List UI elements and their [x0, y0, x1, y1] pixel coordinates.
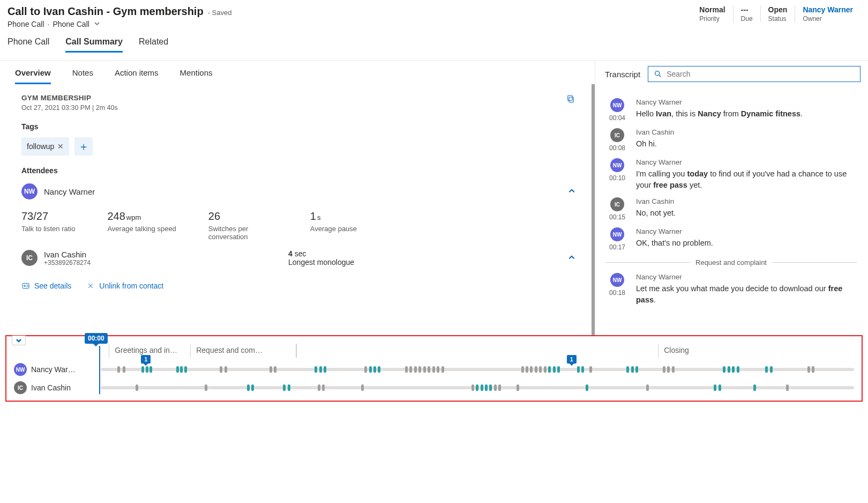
- transcript-speaker: Ivan Cashin: [636, 128, 857, 136]
- transcript-speaker: Nancy Warner: [636, 98, 857, 106]
- add-tag-button[interactable]: ＋: [74, 137, 93, 156]
- playhead-line[interactable]: [99, 346, 100, 394]
- talk-blip: [405, 366, 408, 373]
- transcript-entry[interactable]: NW 00:18 Nancy Warner Let me ask you wha…: [605, 273, 857, 306]
- subtab[interactable]: Mentions: [180, 68, 213, 84]
- playback-timeline: 00:00 Greetings and in…Request and com…C…: [5, 335, 863, 402]
- dot-icon: ·: [48, 20, 50, 28]
- metric: 73/27Talk to listen ratio: [21, 210, 75, 241]
- unlink-contact-link[interactable]: Unlink from contact: [86, 282, 163, 290]
- collapse-timeline-button[interactable]: [12, 336, 26, 345]
- overview-panel: GYM MEMBERSHIP Oct 27, 2021 03:30 PM | 2…: [0, 84, 595, 335]
- transcript-search[interactable]: [648, 66, 860, 82]
- transcript-time: 00:10: [609, 174, 625, 182]
- tag-chip[interactable]: followup✕: [21, 137, 69, 156]
- svg-point-3: [24, 285, 26, 287]
- tags-label: Tags: [21, 122, 575, 131]
- talk-blip: [765, 366, 768, 373]
- transcript-text: Oh hi.: [636, 138, 857, 150]
- subtab[interactable]: Overview: [15, 68, 51, 84]
- header-field-label: Status: [768, 15, 788, 23]
- talk-blip: [319, 366, 322, 373]
- talk-blip: [274, 366, 276, 373]
- call-metadata: Oct 27, 2021 03:30 PM | 2m 40s: [21, 104, 118, 112]
- timeline-track[interactable]: [101, 386, 854, 389]
- attendee-header[interactable]: NW Nancy Warner: [21, 183, 575, 199]
- entity-type: Phone Call: [8, 20, 44, 28]
- avatar: NW: [610, 98, 624, 112]
- transcript-entry[interactable]: IC 00:15 Ivan Cashin No, not yet.: [605, 197, 857, 221]
- segment-label: Greetings and in…: [115, 346, 183, 354]
- header-field-label: Due: [741, 15, 753, 23]
- talk-blip: [646, 384, 649, 391]
- insight-marker[interactable]: 1: [567, 355, 577, 364]
- transcript-entry[interactable]: NW 00:04 Nancy Warner Hello Ivan, this i…: [605, 98, 857, 122]
- summary-subtabs: OverviewNotesAction itemsMentions: [0, 61, 595, 84]
- header-field-value: Nancy Warner: [803, 5, 853, 14]
- talk-blip: [714, 384, 716, 391]
- header-field-value: ---: [741, 5, 753, 14]
- attendee-block: NW Nancy Warner 73/27Talk to listen rati…: [21, 183, 575, 241]
- attendee-header[interactable]: IC Ivan Cashin +353892678274 4 secLonges…: [21, 249, 575, 267]
- talk-blip: [753, 384, 756, 391]
- talk-blip: [369, 366, 372, 373]
- search-input[interactable]: [667, 70, 855, 78]
- transcript-speaker: Nancy Warner: [636, 158, 857, 166]
- talk-blip: [586, 384, 588, 391]
- subtab[interactable]: Notes: [72, 68, 93, 84]
- transcript-section-divider: Request and complaint: [605, 258, 857, 267]
- talk-blip: [141, 366, 144, 373]
- talk-blip: [489, 384, 492, 391]
- talk-blip: [535, 366, 537, 373]
- talk-blip: [442, 366, 444, 373]
- see-details-link[interactable]: See details: [21, 282, 71, 290]
- transcript-entry[interactable]: NW 00:10 Nancy Warner I'm calling you to…: [605, 158, 857, 191]
- talk-blip: [485, 384, 488, 391]
- attendees-label: Attendees: [21, 166, 575, 175]
- talk-blip: [361, 384, 364, 391]
- header-field: NormalPriority: [692, 5, 732, 23]
- card-icon: [21, 282, 30, 290]
- metric: 1sAverage pause: [310, 210, 357, 241]
- insight-marker[interactable]: 1: [141, 355, 151, 364]
- header-field[interactable]: Nancy WarnerOwner: [795, 5, 860, 23]
- svg-rect-1: [568, 95, 572, 101]
- call-topic: GYM MEMBERSHIP: [21, 94, 118, 102]
- header-field-value: Open: [768, 5, 788, 14]
- main-tab[interactable]: Call Summary: [65, 37, 123, 53]
- transcript-text: Hello Ivan, this is Nancy from Dynamic f…: [636, 108, 857, 120]
- chevron-up-icon[interactable]: [568, 187, 575, 196]
- talk-blip: [251, 384, 254, 391]
- talk-blip: [270, 366, 272, 373]
- chevron-up-icon[interactable]: [568, 254, 575, 263]
- main-tab[interactable]: Phone Call: [8, 37, 49, 53]
- transcript-entry[interactable]: IC 00:08 Ivan Cashin Oh hi.: [605, 128, 857, 152]
- transcript-entry[interactable]: NW 00:17 Nancy Warner OK, that's no prob…: [605, 227, 857, 251]
- transcript-list: NW 00:04 Nancy Warner Hello Ivan, this i…: [595, 87, 868, 306]
- talk-blip: [770, 366, 773, 373]
- chevron-down-icon[interactable]: [94, 20, 100, 28]
- talk-blip: [517, 384, 519, 391]
- talk-blip: [807, 366, 810, 373]
- talk-blip: [220, 366, 222, 373]
- main-tab[interactable]: Related: [139, 37, 168, 53]
- header-field: OpenStatus: [760, 5, 795, 23]
- talk-blip: [737, 366, 739, 373]
- talk-blip: [494, 384, 497, 391]
- talk-blip: [472, 384, 474, 391]
- segment-divider: [190, 344, 191, 358]
- talk-blip: [315, 366, 317, 373]
- entity-breadcrumb[interactable]: Phone Call · Phone Call: [8, 20, 231, 28]
- avatar: NW: [610, 158, 624, 172]
- segment-divider: [109, 344, 110, 358]
- header-field-value: Normal: [699, 5, 725, 14]
- remove-tag-icon[interactable]: ✕: [57, 142, 64, 151]
- talk-blip: [324, 366, 326, 373]
- playhead-time[interactable]: 00:00: [85, 333, 108, 344]
- subtab[interactable]: Action items: [115, 68, 159, 84]
- timeline-track[interactable]: 11: [101, 368, 854, 371]
- segment-divider: [296, 344, 297, 358]
- copy-icon[interactable]: [566, 94, 575, 105]
- talk-blip: [225, 366, 227, 373]
- talk-blip: [283, 384, 286, 391]
